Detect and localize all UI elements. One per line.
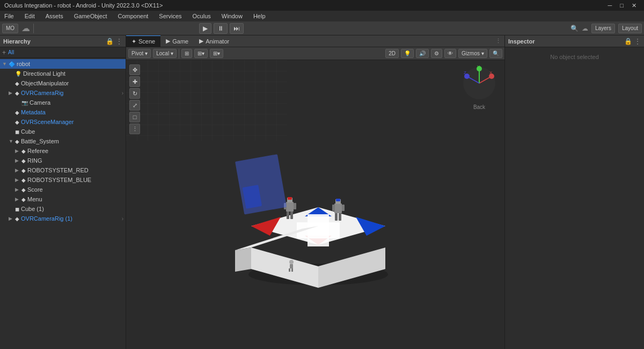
hier-item-icon: ◆ bbox=[15, 110, 19, 115]
rect-tool[interactable]: □ bbox=[129, 112, 140, 122]
titlebar: Oculus Integration - robot - Android - U… bbox=[0, 0, 644, 11]
menu-item-gameobject[interactable]: GameObject bbox=[72, 13, 109, 19]
layers-btn[interactable]: Layers bbox=[591, 24, 615, 33]
move-tool[interactable]: ✚ bbox=[129, 76, 140, 87]
snap2-btn[interactable]: ⊞▾ bbox=[210, 49, 223, 58]
hier-item-cube1[interactable]: ◼Cube (1) bbox=[0, 204, 126, 214]
hier-item-name: OVRSceneManager bbox=[21, 119, 74, 125]
tab-game[interactable]: ▶ Game bbox=[160, 35, 194, 47]
hier-item-icon: ◆ bbox=[15, 81, 19, 86]
hier-item-ovrcamerarig1[interactable]: ▶◆OVRCameraRig (1)› bbox=[0, 214, 126, 223]
svg-rect-22 bbox=[336, 199, 340, 201]
search-icon-toolbar[interactable]: 🔍 bbox=[570, 25, 579, 32]
scene-tab-actions: ⋮ bbox=[495, 38, 504, 45]
hierarchy-actions: 🔒 ⋮ bbox=[106, 38, 122, 45]
hidden-btn[interactable]: 👁 bbox=[444, 49, 456, 58]
2d-btn[interactable]: 2D bbox=[385, 49, 399, 58]
hier-item-icon: ◆ bbox=[15, 139, 19, 144]
hier-item-referee[interactable]: ▶◆Referee bbox=[0, 146, 126, 156]
main-toolbar: MO ☁ ▶ ⏸ ⏭ 🔍 ☁ Layers Layout bbox=[0, 21, 644, 35]
pivot-btn[interactable]: Pivot bbox=[128, 49, 151, 58]
menu-item-edit[interactable]: Edit bbox=[23, 13, 37, 19]
hier-item-robotsystem_red[interactable]: ▶◆ROBOTSYSTEM_RED bbox=[0, 165, 126, 175]
hier-item-icon: ◆ bbox=[15, 216, 19, 222]
menu-item-oculus[interactable]: Oculus bbox=[191, 13, 213, 19]
hierarchy-lock-icon[interactable]: 🔒 bbox=[106, 38, 114, 45]
hier-item-arrow: ▶ bbox=[15, 168, 20, 173]
hier-item-name: Metadata bbox=[21, 109, 46, 115]
hier-item-ring[interactable]: ▶◆RING bbox=[0, 156, 126, 165]
hier-item-arrow: ▼ bbox=[9, 139, 14, 144]
minimize-btn[interactable]: ─ bbox=[604, 2, 615, 9]
hier-item-name: OVRCameraRig bbox=[21, 90, 63, 96]
snap-btn[interactable]: ⊞▾ bbox=[194, 49, 208, 58]
scene-divider bbox=[179, 49, 179, 59]
layout-btn[interactable]: Layout bbox=[618, 24, 642, 33]
grid-btn[interactable]: ⊞ bbox=[181, 49, 192, 58]
rotate-tool[interactable]: ↻ bbox=[129, 88, 140, 99]
hier-item-name: Camera bbox=[30, 99, 50, 106]
step-btn[interactable]: ⏭ bbox=[230, 23, 244, 34]
hier-item-metadata[interactable]: ◆Metadata bbox=[0, 107, 126, 117]
svg-rect-23 bbox=[332, 205, 335, 211]
orientation-gizmo[interactable]: X Y Z Back bbox=[460, 64, 498, 102]
cloud-icon[interactable]: ☁ bbox=[21, 23, 30, 33]
inspector-lock-icon[interactable]: 🔒 bbox=[624, 38, 632, 45]
hier-item-name: Score bbox=[27, 186, 43, 193]
hier-item-icon: ◆ bbox=[21, 168, 26, 173]
hier-item-icon: ◆ bbox=[21, 177, 26, 183]
inspector-empty-label: No object selected bbox=[507, 49, 642, 64]
menu-item-services[interactable]: Services bbox=[157, 13, 184, 19]
scene-view[interactable]: ✥ ✚ ↻ ⤢ □ ⋮ bbox=[126, 60, 504, 349]
pause-btn[interactable]: ⏸ bbox=[214, 23, 228, 34]
gizmos-btn[interactable]: Gizmos bbox=[458, 49, 487, 58]
hier-item-ovrscenemanager[interactable]: ◆OVRSceneManager bbox=[0, 117, 126, 127]
menubar: FileEditAssetsGameObjectComponentService… bbox=[0, 11, 644, 21]
hier-item-name: Referee bbox=[27, 148, 48, 154]
hier-item-name: OVRCameraRig (1) bbox=[21, 215, 72, 222]
play-btn[interactable]: ▶ bbox=[199, 23, 211, 34]
game-tab-icon: ▶ bbox=[166, 38, 170, 45]
hierarchy-all-btn[interactable]: All bbox=[8, 49, 14, 55]
local-btn[interactable]: Local bbox=[153, 49, 177, 58]
tab-animator[interactable]: ▶ Animator bbox=[194, 35, 235, 47]
hier-item-robot[interactable]: ▼🔷robot bbox=[0, 59, 126, 69]
hier-item-cube[interactable]: ◼Cube bbox=[0, 127, 126, 136]
hierarchy-add-btn[interactable]: + bbox=[2, 49, 6, 56]
cloud2-icon[interactable]: ☁ bbox=[582, 25, 588, 32]
menu-item-help[interactable]: Help bbox=[251, 13, 268, 19]
hand-tool[interactable]: ✥ bbox=[129, 64, 140, 75]
hier-item-icon: ◆ bbox=[21, 187, 26, 193]
hier-item-battlesystem[interactable]: ▼◆Battle_System bbox=[0, 136, 126, 146]
fx-btn[interactable]: ⚙ bbox=[431, 49, 442, 58]
svg-text:Y: Y bbox=[477, 64, 480, 69]
inspector-more-icon[interactable]: ⋮ bbox=[634, 38, 641, 45]
close-btn[interactable]: ✕ bbox=[628, 2, 640, 9]
maximize-btn[interactable]: □ bbox=[617, 2, 627, 9]
scene-toolbar-right: 2D 💡 🔊 ⚙ 👁 Gizmos 🔍 bbox=[385, 49, 502, 58]
hier-item-ovrcamerarig[interactable]: ▶◆OVRCameraRig› bbox=[0, 88, 126, 98]
account-btn[interactable]: MO bbox=[2, 24, 18, 33]
svg-rect-25 bbox=[335, 213, 338, 221]
menu-item-component[interactable]: Component bbox=[115, 13, 150, 19]
search-btn[interactable]: 🔍 bbox=[489, 49, 502, 58]
scale-tool[interactable]: ⤢ bbox=[129, 100, 140, 111]
main-area: Hierarchy 🔒 ⋮ + All ▼🔷robot💡Directional … bbox=[0, 35, 644, 349]
hier-item-robotsystem_blue[interactable]: ▶◆ROBOTSYSTEM_BLUE bbox=[0, 175, 126, 185]
hier-item-menu[interactable]: ▶◆Menu bbox=[0, 194, 126, 204]
hier-item-camera[interactable]: 📷Camera bbox=[0, 98, 126, 107]
audio-btn[interactable]: 🔊 bbox=[416, 49, 429, 58]
svg-rect-20 bbox=[334, 203, 342, 213]
hier-item-score[interactable]: ▶◆Score bbox=[0, 185, 126, 194]
menu-item-window[interactable]: Window bbox=[219, 13, 245, 19]
light-btn[interactable]: 💡 bbox=[401, 49, 414, 58]
menu-item-file[interactable]: File bbox=[2, 13, 16, 19]
hier-item-objectmanipulator[interactable]: ◆ObjectManipulator bbox=[0, 78, 126, 88]
svg-marker-11 bbox=[235, 248, 251, 272]
menu-item-assets[interactable]: Assets bbox=[43, 13, 65, 19]
transform-tool[interactable]: ⋮ bbox=[129, 123, 140, 134]
tab-scene[interactable]: ✦ Scene bbox=[126, 35, 160, 47]
hier-item-directionallight[interactable]: 💡Directional Light bbox=[0, 69, 126, 78]
scene-lock-icon[interactable]: ⋮ bbox=[495, 38, 501, 45]
hierarchy-more-icon[interactable]: ⋮ bbox=[116, 38, 122, 45]
